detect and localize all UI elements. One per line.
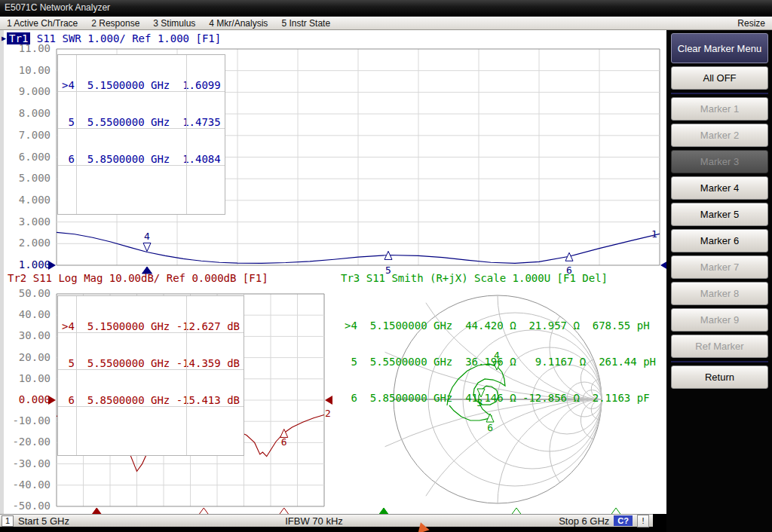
softkey-all-off[interactable]: All OFF [671,66,768,90]
menu-item-stimulus[interactable]: 3 Stimulus [146,18,202,29]
softkey-menu-title: Clear Marker Menu [671,33,768,63]
window-titlebar[interactable]: E5071C Network Analyzer [0,0,772,17]
y-axis-tick-label: 11.00 [8,42,51,54]
y-axis-tick-label: 9.000 [8,85,51,97]
softkey-marker-1: Marker 1 [671,97,768,121]
y-axis-tick-label: -40.00 [8,478,51,491]
y-axis-tick-label: 20.00 [8,351,51,363]
y-axis-tick-label: 6.000 [8,151,51,163]
softkey-return[interactable]: Return [671,365,768,389]
y-axis-tick-label: -50.00 [8,500,51,512]
softkey-marker-2: Marker 2 [671,124,768,147]
table-divider [186,296,187,455]
cal-status-badge: C? [614,515,633,526]
marker-row: 6 5.8500000 GHz 1.4084 [58,153,225,166]
y-axis-tick-label: 30.00 [8,329,51,341]
marker-row: 5 5.5500000 GHz -14.359 dB [58,357,244,370]
vna-application-window: 456456456 E5071C Network Analyzer 1 Acti… [0,0,772,532]
start-frequency-label[interactable]: Start 5 GHz [18,515,69,527]
y-axis-tick-label: 1.000 [8,258,51,271]
softkey-marker-7: Marker 7 [671,255,768,279]
softkey-marker-6[interactable]: Marker 6 [671,229,768,252]
y-axis-tick-label: 8.000 [8,107,51,119]
trace2-title[interactable]: Tr2 S11 Log Mag 10.00dB/ Ref 0.000dB [F1… [8,272,268,284]
trace2-number-label: 2 [325,408,331,419]
y-axis-tick-label: 40.00 [8,308,51,320]
resize-control[interactable]: Resize [731,18,772,29]
trace1-number-label: 1 [651,228,657,240]
softkey-ref-marker: Ref Marker [671,335,768,358]
softkey-marker-4[interactable]: Marker 4 [671,176,768,200]
ifbw-label[interactable]: IFBW 70 kHz [285,515,343,527]
y-axis-tick-label: 2.000 [8,237,51,249]
y-axis-tick-label: 4.000 [8,194,51,206]
menu-item-response[interactable]: 2 Response [84,18,146,29]
stop-frequency-label[interactable]: Stop 6 GHz [559,515,609,527]
y-axis-tick-label: 50.00 [8,287,51,299]
softkey-marker-3[interactable]: Marker 3 [671,150,768,173]
window-title: E5071C Network Analyzer [5,2,110,13]
y-axis-tick-label: 10.00 [8,372,51,384]
softkey-divider [671,361,768,362]
menu-item-instr-state[interactable]: 5 Instr State [274,18,337,29]
menu-item-active-ch-trace[interactable]: 1 Active Ch/Trace [0,18,84,29]
marker-row: >4 5.1500000 GHz 1.6099 [58,79,225,92]
marker-row: 5 5.5500000 GHz 1.4735 [58,116,225,129]
softkey-menu-title-text: Clear Marker Menu [678,42,761,55]
y-axis-tick-label: 3.000 [8,216,51,228]
trace3-title[interactable]: Tr3 S11 Smith (R+jX) Scale 1.000U [F1 De… [341,272,608,284]
table-divider [76,296,77,455]
softkey-marker-9: Marker 9 [671,308,768,332]
active-trace-arrow-icon: ▶ [2,34,6,42]
marker-row: 6 5.8500000 GHz -15.413 dB [58,394,244,407]
table-divider [186,55,187,214]
marker-row: 5 5.5500000 GHz 36.196 Ω 9.1167 Ω 261.44… [341,356,660,368]
table-divider [76,55,77,214]
marker-row: >4 5.1500000 GHz -12.627 dB [58,320,244,333]
marker-row: >4 5.1500000 GHz 44.420 Ω 21.957 Ω 678.5… [341,320,660,332]
y-axis-tick-label: 0.000 [8,393,51,405]
y-axis-tick-label: 10.00 [8,64,51,76]
warning-indicator[interactable]: ! [637,515,649,527]
menu-bar: 1 Active Ch/Trace 2 Response 3 Stimulus … [0,17,772,30]
trace3-marker-table: >4 5.1500000 GHz 44.420 Ω 21.957 Ω 678.5… [341,295,660,428]
softkey-divider [671,93,768,94]
menu-item-mkr-analysis[interactable]: 4 Mkr/Analysis [202,18,274,29]
softkey-marker-5[interactable]: Marker 5 [671,203,768,226]
trace1-marker-table: >4 5.1500000 GHz 1.6099 5 5.5500000 GHz … [57,54,225,215]
y-axis-tick-label: 5.000 [8,172,51,184]
trace2-marker-table: >4 5.1500000 GHz -12.627 dB 5 5.5500000 … [57,295,244,456]
y-axis-tick-label: -10.00 [8,414,51,427]
status-bar: 1 Start 5 GHz IFBW 70 kHz Stop 6 GHz C? … [0,514,653,527]
y-axis-tick-label: -20.00 [8,436,51,448]
y-axis-tick-label: -30.00 [8,457,51,469]
marker-row: 6 5.8500000 GHz 41.146 Ω -12.856 Ω 2.116… [341,392,660,404]
y-axis-tick-label: 7.000 [8,129,51,141]
trace1-title: S11 SWR 1.000/ Ref 1.000 [F1] [30,32,221,44]
softkey-marker-8: Marker 8 [671,282,768,305]
softkey-sidebar: Clear Marker Menu All OFF Marker 1 Marke… [666,30,772,532]
channel-number-box: 1 [2,515,14,527]
